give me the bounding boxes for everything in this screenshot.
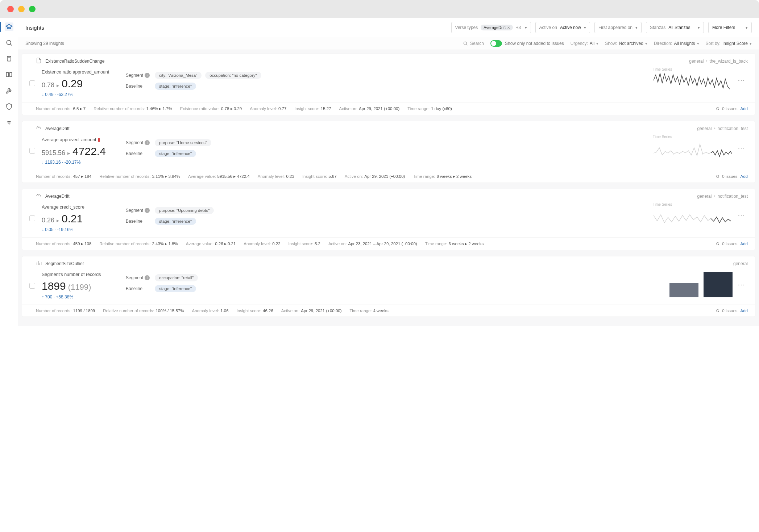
stat-num-records: Number of records:6.5 ▸ 7 <box>36 106 86 111</box>
segment-tag: city: "Arizona_Mesa" <box>155 72 202 79</box>
stat-num-records: Number of records:1199 / 1899 <box>36 309 95 313</box>
filter-more[interactable]: More Filters ▾ <box>708 22 752 33</box>
issues-count: 0 issues <box>722 106 737 111</box>
metric-delta: ↓ 1193.16 · -20.17% <box>42 160 126 165</box>
insight-meta: general•notification_test <box>697 126 748 131</box>
stat-num-records: Number of records:459 ▸ 108 <box>36 241 91 246</box>
sidebar-item-search[interactable] <box>5 38 13 47</box>
metric-delta: ↓ 0.49 · -63.27% <box>42 92 126 97</box>
toggle-label: Show only not added to issues <box>505 41 564 46</box>
filter-chip: AverageDrift✕ <box>481 25 513 30</box>
filter-label: Verse types <box>455 25 478 30</box>
more-menu-button[interactable]: ⋯ <box>738 280 746 289</box>
stat-active-on: Active on:Apr 29, 2021 (+00:00) <box>345 174 405 179</box>
issues-indicator-icon <box>716 107 719 110</box>
metric-title: Average approved_amount ▮ <box>42 137 126 142</box>
add-to-issue-link[interactable]: Add <box>741 309 748 313</box>
minimize-window[interactable] <box>18 6 25 12</box>
segment-label: Segment i <box>126 73 151 78</box>
filter-urgency[interactable]: Urgency: All ▾ <box>571 41 598 46</box>
add-to-issue-link[interactable]: Add <box>741 242 748 246</box>
filter-extra: +3 <box>516 25 521 30</box>
stat-active-on: Active on:Apr 29, 2021 (+00:00) <box>339 106 400 111</box>
info-icon[interactable]: i <box>145 73 150 78</box>
svg-rect-2 <box>6 72 8 77</box>
info-icon[interactable]: i <box>145 140 150 145</box>
metric-title: Segment's number of records <box>42 272 126 277</box>
results-count: Showing 29 insights <box>25 41 64 46</box>
svg-point-4 <box>464 42 466 45</box>
stat-anomaly: Anomaly level:0.22 <box>244 242 280 246</box>
issues-count: 0 issues <box>722 174 737 179</box>
filter-stanzas[interactable]: Stanzas All Stanzas ▾ <box>646 22 704 33</box>
sidebar-item-clipboard[interactable] <box>5 54 13 63</box>
issues-count: 0 issues <box>722 309 737 313</box>
stat-rel-num-records: Relative number of records:3.11% ▸ 3.84% <box>99 174 180 179</box>
baseline-label: Baseline <box>126 219 151 224</box>
metric-title: Average credit_score <box>42 205 126 210</box>
stat-anomaly: Anomaly level:1.06 <box>192 309 228 313</box>
issues-count: 0 issues <box>722 242 737 246</box>
stat-active-on: Active on:Apr 23, 2021 – Apr 29, 2021 (+… <box>328 242 417 246</box>
insight-type: SegmentSizeOutlier <box>45 261 84 266</box>
insight-meta: general <box>733 261 748 266</box>
sidebar-item-wifi[interactable] <box>5 118 13 127</box>
sidebar-item-tools[interactable] <box>5 86 13 95</box>
chevron-down-icon: ▾ <box>698 25 700 30</box>
page-title: Insights <box>25 25 44 31</box>
baseline-label: Baseline <box>126 286 151 291</box>
more-menu-button[interactable]: ⋯ <box>738 76 746 85</box>
filter-show[interactable]: Show: Not archived ▾ <box>605 41 647 46</box>
subbar: Showing 29 insights Search Show only not… <box>18 37 759 50</box>
chevron-down-icon: ▾ <box>697 41 699 46</box>
filter-active-on[interactable]: Active on Active now ▾ <box>535 22 590 33</box>
metric-values: 0.78▸0.29 <box>42 78 126 90</box>
toggle-not-added-to-issues[interactable] <box>490 40 502 47</box>
baseline-tag: stage: "inference" <box>155 150 196 157</box>
sidebar-item-compare[interactable] <box>5 70 13 79</box>
stat-insight-score: Insight score:5.2 <box>289 242 320 246</box>
insight-card: SegmentSizeOutlier general Segment's num… <box>22 256 755 317</box>
insight-card: ExistenceRatioSuddenChange general•the_w… <box>22 54 755 115</box>
segment-tag: occupation: "no category" <box>205 72 261 79</box>
sidebar-item-insights[interactable] <box>5 22 13 31</box>
filter-first-appeared[interactable]: First appeared on ▾ <box>594 22 642 33</box>
window-titlebar <box>0 0 759 18</box>
insight-type-icon <box>36 260 42 267</box>
issues-indicator-icon <box>716 175 719 178</box>
sparkline-chart: Time Series <box>653 137 733 159</box>
sparkline-chart: Time Series <box>653 205 733 226</box>
more-menu-button[interactable]: ⋯ <box>738 211 746 220</box>
metric-delta: ↓ 0.05 · -19.16% <box>42 227 126 232</box>
search-button[interactable]: Search <box>463 41 484 46</box>
segment-label: Segment i <box>126 275 151 280</box>
stat-time-range: Time range:4 weeks <box>350 309 389 313</box>
info-icon[interactable]: i <box>145 275 150 280</box>
maximize-window[interactable] <box>29 6 36 12</box>
select-checkbox[interactable] <box>29 283 35 289</box>
filter-verse-types[interactable]: Verse types AverageDrift✕ +3 ▾ <box>451 22 531 33</box>
sidebar-item-shield[interactable] <box>5 102 13 111</box>
metric-delta: ↑ 700 · +58.38% <box>42 294 126 299</box>
chevron-down-icon: ▾ <box>525 25 527 30</box>
segment-tag: purpose: "Upcoming debts" <box>155 207 214 214</box>
stat-num-records: Number of records:457 ▸ 184 <box>36 174 91 179</box>
stat-insight-score: Insight score:15.27 <box>294 106 331 111</box>
select-checkbox[interactable] <box>29 148 35 154</box>
topbar: Insights Verse types AverageDrift✕ +3 ▾ … <box>18 18 759 37</box>
close-window[interactable] <box>7 6 14 12</box>
filter-direction[interactable]: Direction: All Insights ▾ <box>654 41 699 46</box>
stat-active-on: Active on:Apr 29, 2021 (+00:00) <box>281 309 342 313</box>
select-checkbox[interactable] <box>29 215 35 221</box>
bar-chart <box>669 272 733 297</box>
info-icon[interactable]: i <box>145 208 150 213</box>
more-menu-button[interactable]: ⋯ <box>738 143 746 152</box>
segment-tag: purpose: "Home services" <box>155 139 211 146</box>
chevron-down-icon: ▾ <box>584 25 586 30</box>
add-to-issue-link[interactable]: Add <box>741 106 748 111</box>
sparkline-chart: Time Series <box>653 70 733 91</box>
add-to-issue-link[interactable]: Add <box>741 174 748 179</box>
select-checkbox[interactable] <box>29 80 35 86</box>
sort-by[interactable]: Sort by: Insight Score ▾ <box>706 41 752 46</box>
stat-rel-num-records: Relative number of records:100% / 15.57% <box>103 309 184 313</box>
